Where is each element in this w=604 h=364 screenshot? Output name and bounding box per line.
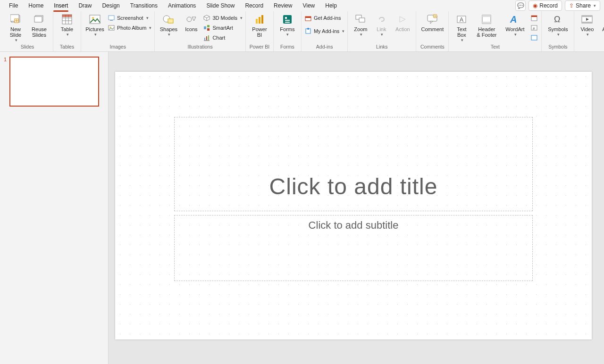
smartart-button[interactable]: SmartArt xyxy=(203,23,243,33)
svg-rect-26 xyxy=(207,25,210,27)
action-button[interactable]: Action xyxy=(392,12,413,32)
title-placeholder[interactable]: Click to add title xyxy=(174,117,533,211)
zoom-icon xyxy=(354,13,367,25)
svg-point-42 xyxy=(307,28,309,30)
group-comments-label: Comments xyxy=(420,43,445,50)
group-media: Video ▾ Audio ▾ + ScreenRecording Media xyxy=(574,11,604,51)
group-images-label: Images xyxy=(109,43,126,50)
powerbi-button[interactable]: PowerBI xyxy=(249,12,270,38)
symbols-button[interactable]: Ω Symbols ▾ xyxy=(545,12,571,37)
3d-models-label: 3D Models xyxy=(212,15,237,21)
svg-rect-37 xyxy=(285,20,290,21)
photo-album-label: Photo Album xyxy=(117,25,146,31)
svg-rect-54 xyxy=(482,15,491,17)
slide-thumbnail-1[interactable] xyxy=(9,57,99,107)
powerbi-icon xyxy=(253,13,266,25)
shapes-label: Shapes xyxy=(160,26,177,32)
share-button[interactable]: ⇪ Share ▾ xyxy=(565,0,600,11)
comment-button[interactable]: Comment xyxy=(419,12,445,32)
workspace: 1 Click to add title Click to add subtit… xyxy=(0,52,604,364)
reuse-slides-button[interactable]: ReuseSlides xyxy=(28,12,50,38)
tab-transitions[interactable]: Transitions xyxy=(125,1,163,11)
tab-review[interactable]: Review xyxy=(268,1,297,11)
slide-editor[interactable]: Click to add title Click to add subtitle xyxy=(109,52,604,364)
subtitle-placeholder[interactable]: Click to add subtitle xyxy=(174,215,533,281)
svg-rect-38 xyxy=(285,22,290,23)
svg-rect-58 xyxy=(531,16,537,17)
menu-tabs: File Home Insert Draw Design Transitions… xyxy=(0,0,604,11)
svg-rect-16 xyxy=(110,20,113,21)
video-button[interactable]: Video ▾ xyxy=(577,12,597,37)
record-button-label: Record xyxy=(539,2,558,9)
tab-insert[interactable]: Insert xyxy=(49,1,73,11)
audio-button[interactable]: Audio ▾ xyxy=(599,12,604,37)
chart-icon xyxy=(203,34,210,41)
tab-record[interactable]: Record xyxy=(240,1,268,11)
zoom-button[interactable]: Zoom ▾ xyxy=(351,12,370,37)
video-icon xyxy=(581,13,593,25)
table-button[interactable]: Table ▾ xyxy=(56,12,78,37)
table-label: Table xyxy=(61,26,73,32)
screenshot-button[interactable]: Screenshot ▾ xyxy=(108,13,151,23)
pictures-button[interactable]: Pictures ▾ xyxy=(84,12,106,37)
symbols-label: Symbols xyxy=(548,26,568,32)
shapes-button[interactable]: Shapes ▾ xyxy=(158,12,179,37)
svg-text:A: A xyxy=(460,17,463,23)
icons-button[interactable]: Icons xyxy=(181,12,201,32)
svg-rect-65 xyxy=(582,22,592,23)
group-slides: NewSlide ▾ ReuseSlides Slides xyxy=(2,11,53,51)
my-addins-label: My Add-ins xyxy=(314,28,339,34)
record-button[interactable]: ◉ Record xyxy=(528,0,562,11)
header-footer-button[interactable]: Header& Footer xyxy=(473,12,500,38)
smartart-label: SmartArt xyxy=(212,25,233,31)
3d-models-button[interactable]: 3D Models ▾ xyxy=(203,13,243,23)
get-addins-button[interactable]: Get Add-ins xyxy=(304,13,344,23)
my-addins-button[interactable]: My Add-ins ▾ xyxy=(304,26,344,36)
forms-label: Forms xyxy=(280,26,294,32)
tab-draw[interactable]: Draw xyxy=(73,1,97,11)
date-time-button[interactable] xyxy=(530,13,538,23)
forms-button[interactable]: Forms ▾ xyxy=(277,12,298,37)
chart-button[interactable]: Chart xyxy=(203,33,243,42)
svg-rect-28 xyxy=(204,38,205,40)
tab-file[interactable]: File xyxy=(4,1,23,11)
object-button[interactable] xyxy=(530,33,538,42)
svg-rect-32 xyxy=(256,19,258,24)
tab-home[interactable]: Home xyxy=(23,1,49,11)
tab-slide-show[interactable]: Slide Show xyxy=(201,1,240,11)
svg-rect-15 xyxy=(109,16,114,20)
group-text: A TextBox ▾ Header& Footer A WordArt ▾ xyxy=(449,11,542,51)
slide-canvas[interactable]: Click to add title Click to add subtitle xyxy=(115,72,592,339)
text-box-button[interactable]: A TextBox ▾ xyxy=(452,12,471,42)
group-links: Zoom ▾ Link ▾ Action Links xyxy=(348,11,416,51)
new-slide-button[interactable]: NewSlide ▾ xyxy=(5,12,26,42)
tab-design[interactable]: Design xyxy=(97,1,125,11)
link-button[interactable]: Link ▾ xyxy=(372,12,390,37)
slide-number-button[interactable]: # xyxy=(530,23,538,33)
group-powerbi-label: Power BI xyxy=(250,43,270,50)
chevron-down-icon: ▾ xyxy=(149,25,151,30)
tab-view[interactable]: View xyxy=(297,1,320,11)
group-addins: Get Add-ins My Add-ins ▾ Add-ins xyxy=(302,11,348,51)
chevron-down-icon: ▾ xyxy=(587,32,589,37)
group-text-label: Text xyxy=(491,43,500,50)
link-icon xyxy=(375,13,387,25)
tab-help[interactable]: Help xyxy=(320,1,342,11)
comment-icon xyxy=(426,13,438,25)
wordart-button[interactable]: A WordArt ▾ xyxy=(502,12,528,37)
slide-thumbnail-pane[interactable]: 1 xyxy=(0,52,109,364)
svg-text:Ω: Ω xyxy=(554,15,560,24)
svg-rect-12 xyxy=(62,15,72,17)
svg-point-14 xyxy=(92,17,94,19)
get-addins-label: Get Add-ins xyxy=(314,15,341,21)
tab-animations[interactable]: Animations xyxy=(163,1,201,11)
store-icon xyxy=(304,14,312,22)
chevron-down-icon: ▾ xyxy=(381,32,383,37)
chevron-down-icon: ▾ xyxy=(240,16,243,20)
chevron-down-icon: ▾ xyxy=(342,29,344,33)
photo-album-button[interactable]: Photo Album ▾ xyxy=(108,23,151,33)
new-slide-icon xyxy=(9,13,22,25)
svg-text:#: # xyxy=(533,26,535,31)
date-time-icon xyxy=(530,14,538,22)
comments-pane-button[interactable]: 💬 xyxy=(515,0,526,11)
